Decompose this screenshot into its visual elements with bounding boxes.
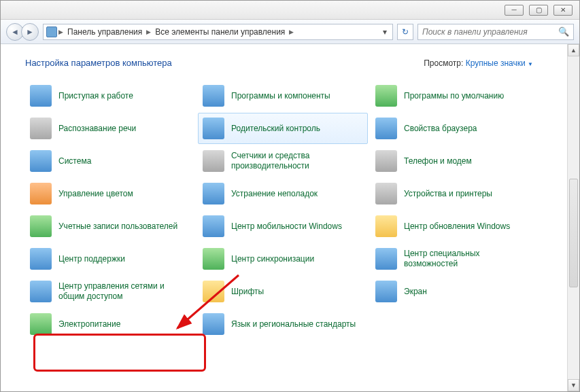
update-icon [375,215,397,237]
devices-icon [375,183,397,204]
item-label: Центр обновления Windows [404,221,510,232]
control-panel-item[interactable]: Устранение неполадок [198,178,368,209]
control-panel-item[interactable]: Центр специальных возможностей [371,243,541,274]
item-label: Экран [404,287,427,297]
control-panel-item[interactable]: Распознавание речи [25,113,195,144]
scroll-thumb[interactable] [569,179,578,287]
scroll-down-button[interactable]: ▼ [568,379,579,391]
item-label: Приступая к работе [58,91,133,101]
phone-icon [375,150,397,172]
control-panel-item[interactable]: Телефон и модем [371,145,541,177]
chevron-right-icon: ▶ [289,29,294,35]
control-panel-item[interactable]: Шрифты [198,276,368,307]
item-label: Свойства браузера [404,124,477,134]
control-panel-item[interactable]: Приступая к работе [25,80,195,111]
item-label: Управление цветом [58,189,133,199]
chevron-down-icon: ▼ [528,61,533,67]
control-panel-item[interactable]: Устройства и принтеры [371,178,541,209]
window-titlebar: ─ ▢ ✕ [1,1,579,20]
users-icon [30,215,52,237]
default-programs-icon [375,85,397,107]
programs-icon [203,85,224,107]
control-panel-item[interactable]: Центр управления сетями и общим доступом [25,276,195,307]
chevron-right-icon: ▶ [58,29,63,35]
system-icon [30,150,52,172]
control-panel-item[interactable]: Учетные записи пользователей [25,211,195,242]
control-panel-item[interactable]: Счетчики и средства производительности [198,145,368,177]
items-grid: Приступая к работеПрограммы и компоненты… [25,80,560,340]
breadcrumb-item-control-panel[interactable]: Панель управления [65,26,145,38]
item-label: Учетные записи пользователей [58,221,177,232]
internet-options-icon [375,118,397,139]
scroll-track[interactable] [568,56,579,379]
control-panel-item[interactable]: Центр синхронизации [198,243,368,274]
control-panel-icon [46,26,57,37]
search-icon[interactable]: 🔍 [558,26,569,37]
item-label: Центр мобильности Windows [231,221,342,232]
action-center-icon [30,248,52,270]
fonts-icon [203,281,224,302]
display-icon [375,281,397,302]
parental-icon [203,118,224,139]
mobility-icon [203,215,224,237]
control-panel-item[interactable]: Родительский контроль [198,113,368,144]
control-panel-item[interactable]: Электропитание [25,308,195,340]
power-icon [30,313,52,335]
nav-toolbar: ◄ ► ▶ Панель управления ▶ Все элементы п… [1,20,579,44]
performance-icon [203,150,224,172]
content-area: Настройка параметров компьютера Просмотр… [1,44,567,391]
control-panel-item[interactable]: Программы по умолчанию [371,80,541,111]
speech-icon [30,118,52,139]
item-label: Электропитание [58,319,120,329]
item-label: Центр синхронизации [231,254,314,264]
control-panel-item[interactable]: Центр мобильности Windows [198,211,368,242]
scroll-up-button[interactable]: ▲ [568,44,579,56]
search-box[interactable]: 🔍 [417,24,574,40]
item-label: Устранение неполадок [231,189,318,199]
item-label: Телефон и модем [404,156,472,166]
close-button[interactable]: ✕ [553,5,573,16]
control-panel-item[interactable]: Система [25,145,195,177]
breadcrumb[interactable]: ▶ Панель управления ▶ Все элементы панел… [43,24,393,40]
ease-access-icon [375,248,397,270]
item-label: Центр управления сетями и общим доступом [58,281,188,302]
breadcrumb-item-all-items[interactable]: Все элементы панели управления [152,26,288,38]
control-panel-item[interactable]: Управление цветом [25,178,195,209]
maximize-button[interactable]: ▢ [529,5,548,16]
control-panel-item[interactable]: Программы и компоненты [198,80,368,111]
refresh-button[interactable]: ↻ [397,24,413,40]
search-input[interactable] [422,27,554,37]
forward-button[interactable]: ► [21,23,39,41]
item-label: Программы и компоненты [231,91,330,101]
getting-started-icon [30,85,52,107]
item-label: Центр специальных возможностей [404,249,533,269]
region-icon [203,313,224,335]
sync-icon [203,248,224,270]
control-panel-item[interactable]: Экран [371,276,541,307]
item-label: Родительский контроль [231,124,320,134]
control-panel-item[interactable]: Язык и региональные стандарты [198,308,368,340]
control-panel-item[interactable]: Центр поддержки [25,243,195,274]
item-label: Шрифты [231,287,264,297]
vertical-scrollbar[interactable]: ▲ ▼ [567,44,579,391]
view-value[interactable]: Крупные значки ▼ [466,58,533,68]
item-label: Центр поддержки [58,254,125,264]
item-label: Счетчики и средства производительности [231,151,360,171]
color-mgmt-icon [30,183,52,204]
control-panel-item[interactable]: Центр обновления Windows [371,211,541,242]
troubleshoot-icon [203,183,224,204]
chevron-right-icon: ▶ [146,29,151,35]
breadcrumb-dropdown-icon[interactable]: ▾ [380,27,390,37]
item-label: Система [58,156,91,166]
control-panel-item[interactable]: Свойства браузера [371,113,541,144]
item-label: Распознавание речи [58,124,136,134]
item-label: Язык и региональные стандарты [231,319,356,329]
network-icon [30,281,52,302]
page-title: Настройка параметров компьютера [25,58,172,68]
item-label: Программы по умолчанию [404,91,504,101]
view-label: Просмотр: [424,58,463,68]
minimize-button[interactable]: ─ [505,5,524,16]
item-label: Устройства и принтеры [404,189,492,199]
view-selector: Просмотр: Крупные значки ▼ [424,58,533,68]
